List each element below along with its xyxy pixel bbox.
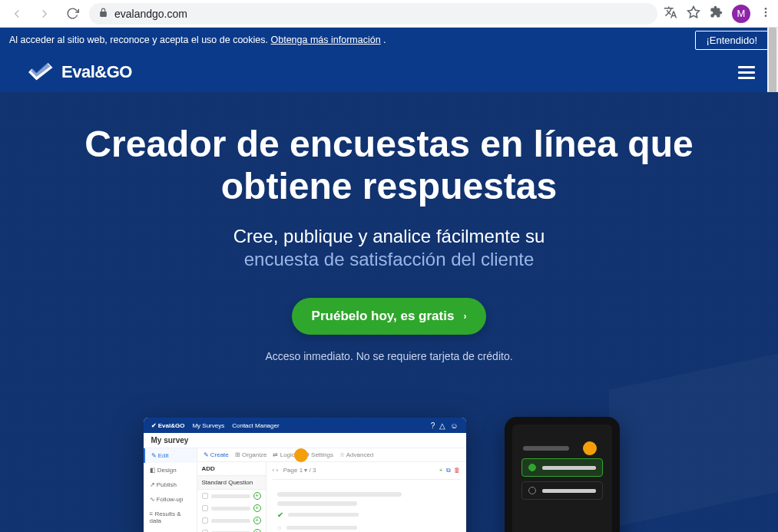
- svg-marker-0: [688, 6, 700, 17]
- hero-headline: Creador de encuestas en línea que obtien…: [0, 123, 778, 207]
- cookie-accept-button[interactable]: ¡Entendido!: [695, 31, 770, 50]
- highlight-dot-mobile: [583, 441, 597, 455]
- checkmark-logo-icon: [26, 62, 54, 82]
- user-icon: ☺: [450, 421, 458, 430]
- mock-nav-contacts: Contact Manager: [232, 422, 279, 429]
- mock-side-results: ≡ Results & data: [144, 507, 197, 528]
- hero-subtitle-1: Cree, publique y analice fácilmente su: [0, 226, 778, 247]
- extensions-icon[interactable]: [710, 5, 723, 21]
- mock-tab-advanced: ☆ Advanced: [339, 451, 373, 458]
- mock-tab-create: ✎ Create: [204, 451, 229, 458]
- svg-point-2: [765, 11, 767, 13]
- hero-note: Acceso inmediato. No se requiere tarjeta…: [0, 350, 778, 362]
- mock-sidebar: ✎ Edit ◧ Design ↗ Publish ∿ Follow-up ≡ …: [144, 448, 197, 532]
- desktop-mock: ✔ Eval&GO My Surveys Contact Manager ? △…: [144, 418, 466, 532]
- mock-nav-surveys: My Surveys: [192, 422, 224, 429]
- bell-icon: △: [439, 421, 445, 430]
- mock-mobile-option-selected: [521, 458, 603, 477]
- mock-side-publish: ↗ Publish: [144, 477, 197, 492]
- mock-canvas: ‹ › Page 1 ▾ / 3 +⧉🗑 ✔ ○: [267, 462, 466, 532]
- menu-icon[interactable]: [760, 6, 772, 21]
- browser-toolbar: evalandgo.com M: [0, 0, 778, 28]
- help-icon: ?: [431, 421, 435, 430]
- highlight-dot: [294, 448, 308, 462]
- mock-add-panel: ADD Standard Question + + + +: [197, 462, 267, 532]
- reload-button[interactable]: [61, 3, 83, 25]
- url-text: evalandgo.com: [114, 8, 187, 20]
- hamburger-menu[interactable]: [738, 63, 755, 82]
- translate-icon[interactable]: [664, 5, 677, 22]
- star-icon[interactable]: [687, 5, 700, 22]
- product-mockup: ✔ Eval&GO My Surveys Contact Manager ? △…: [144, 418, 635, 532]
- page-content: Al acceder al sitio web, reconoce y acep…: [0, 28, 778, 532]
- chevron-right-icon: ›: [463, 311, 466, 322]
- cta-button[interactable]: Pruébelo hoy, es gratis ›: [292, 298, 487, 335]
- mock-side-design: ◧ Design: [144, 463, 197, 477]
- mock-mobile-option: [521, 481, 603, 500]
- cookie-banner: Al acceder al sitio web, reconoce y acep…: [0, 28, 778, 52]
- back-button[interactable]: [6, 3, 28, 25]
- scrollbar-thumb[interactable]: [769, 28, 776, 97]
- svg-point-1: [765, 8, 767, 10]
- mobile-mock: [505, 417, 620, 532]
- mock-survey-title: My survey: [144, 433, 466, 448]
- cookie-link[interactable]: Obtenga más información: [270, 35, 380, 45]
- address-bar[interactable]: evalandgo.com: [89, 3, 657, 25]
- lock-icon: [98, 8, 108, 20]
- mock-tabs: ✎ Create ⊞ Organize ⇄ Logics ⚙ Settings …: [197, 448, 466, 462]
- site-navbar: Eval&GO: [0, 52, 778, 92]
- mock-side-followup: ∿ Follow-up: [144, 492, 197, 507]
- hero-subtitle-2: encuesta de satisfacción del cliente: [0, 249, 778, 270]
- brand-logo[interactable]: Eval&GO: [26, 62, 132, 82]
- forward-button[interactable]: [34, 3, 55, 25]
- mock-tab-settings: ⚙ Settings: [304, 451, 333, 458]
- mock-side-edit: ✎ Edit: [144, 448, 197, 463]
- cookie-text: Al acceder al sitio web, reconoce y acep…: [9, 35, 268, 45]
- hero-section: Creador de encuestas en línea que obtien…: [0, 92, 778, 532]
- mock-tab-organize: ⊞ Organize: [235, 451, 267, 458]
- profile-avatar[interactable]: M: [732, 5, 750, 23]
- svg-point-3: [765, 15, 767, 17]
